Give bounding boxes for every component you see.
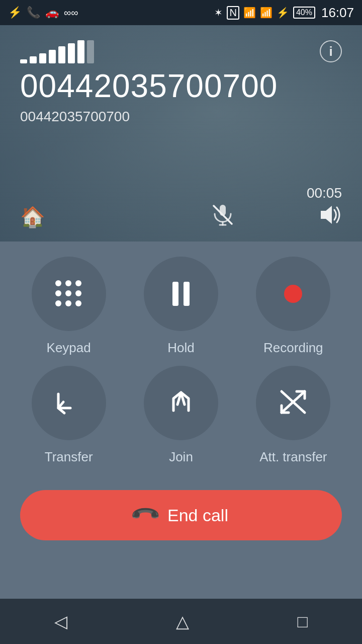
hold-button[interactable] (144, 257, 218, 331)
keypad-item[interactable]: Keypad (20, 257, 117, 356)
transfer-button[interactable] (32, 366, 106, 440)
recents-button[interactable]: □ (298, 612, 308, 631)
att-transfer-item[interactable]: Att. transfer (245, 366, 342, 465)
signal-bar-2 (30, 56, 37, 63)
phone-number-sub: 00442035700700 (20, 109, 342, 125)
pause-icon (172, 282, 190, 306)
info-button[interactable]: i (320, 40, 342, 62)
bottom-navigation: ◁ △ □ (0, 599, 362, 644)
transfer-item[interactable]: Transfer (20, 366, 117, 465)
join-item[interactable]: Join (132, 366, 229, 465)
phone-number-large: 00442035700700 (20, 68, 342, 104)
nfc-icon: N (227, 6, 239, 20)
transfer-icon (54, 390, 83, 416)
svg-marker-4 (321, 206, 332, 224)
battery-indicator: 40% (293, 7, 315, 19)
call-quick-actions: 🏠 (20, 203, 342, 231)
signal-bar-8 (87, 40, 94, 63)
status-bar: ⚡ 📞 🚗 ∞∞ ✶ N 📶 📶 ⚡ 40% 16:07 (0, 0, 362, 25)
hold-item[interactable]: Hold (132, 257, 229, 356)
keypad-icon (55, 280, 82, 307)
keypad-label: Keypad (47, 340, 91, 356)
hold-label: Hold (167, 340, 194, 356)
att-transfer-label: Att. transfer (259, 449, 327, 465)
status-right-icons: ✶ N 📶 📶 ⚡ 40% 16:07 (214, 5, 354, 21)
status-left-icons: ⚡ 📞 🚗 ∞∞ (8, 6, 78, 19)
clock: 16:07 (321, 5, 354, 21)
speaker-button[interactable] (318, 203, 342, 231)
end-call-label: End call (167, 506, 228, 525)
recording-button[interactable] (256, 257, 330, 331)
end-call-button[interactable]: 📞 End call (20, 490, 342, 540)
phone-status-icon: 📞 (27, 6, 40, 19)
home-nav-button[interactable]: △ (176, 611, 189, 631)
signal-bar-7 (77, 40, 84, 63)
voicemail-icon: ∞∞ (64, 7, 78, 19)
usb-icon: ⚡ (8, 6, 22, 19)
signal-bar-3 (39, 53, 46, 63)
call-panel: Keypad Hold Recording (0, 242, 362, 555)
recording-label: Recording (263, 340, 323, 356)
call-duration: 00:05 (307, 185, 342, 201)
join-icon (166, 388, 196, 418)
keypad-button[interactable] (32, 257, 106, 331)
signal-bar-6 (68, 43, 75, 63)
record-icon (284, 285, 302, 303)
battery-percent: 40% (296, 8, 312, 17)
action-buttons-grid: Keypad Hold Recording (20, 257, 342, 465)
signal-icon: 📶 (260, 7, 273, 19)
lightning-icon: ⚡ (277, 7, 289, 19)
call-header: 00442035700700 00442035700700 00:05 i 🏠 (0, 25, 362, 242)
wifi-icon: 📶 (243, 7, 256, 19)
home-button[interactable]: 🏠 (20, 205, 45, 229)
mute-button[interactable] (211, 203, 235, 231)
bluetooth-icon: ✶ (214, 7, 223, 19)
join-button[interactable] (144, 366, 218, 440)
join-label: Join (169, 449, 193, 465)
signal-bar-5 (58, 46, 65, 63)
signal-bar-1 (20, 59, 27, 63)
transfer-label: Transfer (45, 449, 93, 465)
signal-strength-bars (20, 40, 342, 63)
recording-item[interactable]: Recording (245, 257, 342, 356)
att-transfer-icon (278, 387, 309, 419)
att-transfer-button[interactable] (256, 366, 330, 440)
end-call-phone-icon: 📞 (129, 499, 161, 531)
back-button[interactable]: ◁ (54, 611, 67, 631)
car-icon: 🚗 (45, 6, 59, 19)
signal-bar-4 (49, 50, 56, 63)
